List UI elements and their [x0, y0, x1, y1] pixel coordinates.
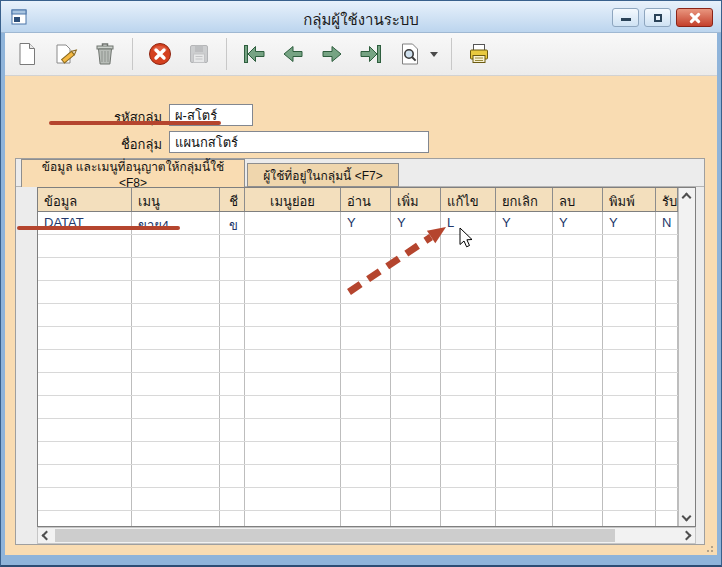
grid-cell[interactable]: N	[656, 212, 678, 234]
grid-cell[interactable]	[38, 488, 132, 510]
grid-cell[interactable]	[553, 396, 603, 418]
grid-cell[interactable]	[441, 350, 496, 372]
grid-cell[interactable]	[553, 327, 603, 349]
horizontal-scrollbar[interactable]	[37, 527, 696, 544]
grid-cell[interactable]	[656, 465, 678, 487]
minimize-button[interactable]	[612, 8, 639, 27]
grid-cell[interactable]	[220, 350, 245, 372]
grid-cell[interactable]	[245, 465, 341, 487]
grid-cell[interactable]	[391, 304, 441, 326]
grid-cell[interactable]	[341, 465, 391, 487]
grid-cell[interactable]	[441, 396, 496, 418]
grid-cell[interactable]	[603, 488, 656, 510]
grid-cell[interactable]: Y	[553, 212, 603, 234]
grid-cell[interactable]	[245, 258, 341, 280]
grid-cell[interactable]: Y	[341, 212, 391, 234]
grid-cell[interactable]	[245, 511, 341, 527]
grid-cell[interactable]	[391, 419, 441, 441]
grid-cell[interactable]	[656, 396, 678, 418]
grid-cell[interactable]	[245, 235, 341, 257]
scroll-left-icon[interactable]	[42, 531, 52, 541]
grid-cell[interactable]	[496, 235, 553, 257]
grid-cell[interactable]: Y	[496, 212, 553, 234]
grid-cell[interactable]	[132, 281, 220, 303]
grid-cell[interactable]	[656, 419, 678, 441]
grid-cell[interactable]	[603, 350, 656, 372]
grid-cell[interactable]	[553, 304, 603, 326]
grid-cell[interactable]	[38, 258, 132, 280]
search-button[interactable]	[396, 40, 424, 68]
grid-cell[interactable]	[220, 511, 245, 527]
grid-cell[interactable]	[38, 396, 132, 418]
grid-cell[interactable]	[553, 235, 603, 257]
grid-cell[interactable]	[245, 350, 341, 372]
grid-cell[interactable]	[391, 373, 441, 395]
previous-record-button[interactable]	[279, 40, 307, 68]
grid-cell[interactable]	[553, 465, 603, 487]
grid-cell[interactable]	[603, 235, 656, 257]
grid-cell[interactable]	[656, 511, 678, 527]
search-dropdown-icon[interactable]	[430, 52, 438, 57]
grid-cell[interactable]	[220, 465, 245, 487]
grid-cell[interactable]	[245, 281, 341, 303]
first-record-button[interactable]	[240, 40, 268, 68]
grid-cell[interactable]	[341, 488, 391, 510]
grid-cell[interactable]	[38, 442, 132, 464]
grid-cell[interactable]	[441, 442, 496, 464]
grid-cell[interactable]	[132, 511, 220, 527]
grid-cell[interactable]	[553, 281, 603, 303]
grid-cell[interactable]	[391, 350, 441, 372]
close-button[interactable]	[676, 8, 713, 27]
edit-button[interactable]	[52, 40, 80, 68]
grid-cell[interactable]	[496, 511, 553, 527]
grid-cell[interactable]	[38, 235, 132, 257]
next-record-button[interactable]	[318, 40, 346, 68]
grid-cell[interactable]	[132, 235, 220, 257]
grid-cell[interactable]	[245, 442, 341, 464]
grid-cell[interactable]	[391, 488, 441, 510]
grid-cell[interactable]: L	[441, 212, 496, 234]
grid-cell[interactable]	[603, 281, 656, 303]
grid-cell[interactable]	[341, 419, 391, 441]
group-name-input[interactable]	[169, 131, 429, 153]
grid-cell[interactable]	[38, 511, 132, 527]
grid-cell[interactable]	[656, 442, 678, 464]
grid-cell[interactable]	[496, 419, 553, 441]
grid-cell[interactable]	[132, 442, 220, 464]
grid-cell[interactable]	[132, 396, 220, 418]
grid-cell[interactable]	[656, 327, 678, 349]
grid-cell[interactable]	[220, 304, 245, 326]
grid-cell[interactable]	[245, 304, 341, 326]
resize-grip[interactable]	[703, 542, 713, 552]
grid-cell[interactable]	[441, 511, 496, 527]
grid-cell[interactable]	[132, 419, 220, 441]
grid-cell[interactable]	[553, 511, 603, 527]
grid-cell[interactable]	[245, 488, 341, 510]
grid-cell[interactable]	[603, 373, 656, 395]
grid-cell[interactable]	[553, 350, 603, 372]
scroll-right-icon[interactable]	[682, 531, 692, 541]
grid-cell[interactable]	[220, 442, 245, 464]
tab-menus-allowed[interactable]: ข้อมูล และเมนูที่อนุญาตให้กลุ่มนี้ใช้ <F…	[21, 159, 245, 187]
grid-cell[interactable]	[496, 396, 553, 418]
grid-cell[interactable]	[603, 511, 656, 527]
grid-cell[interactable]	[441, 327, 496, 349]
grid-cell[interactable]: ขาย4	[132, 212, 220, 234]
grid-cell[interactable]	[220, 258, 245, 280]
grid-cell[interactable]	[603, 465, 656, 487]
grid-cell[interactable]	[341, 511, 391, 527]
save-button[interactable]	[185, 40, 213, 68]
grid-cell[interactable]	[603, 327, 656, 349]
restore-button[interactable]	[644, 8, 671, 27]
grid-cell[interactable]	[38, 281, 132, 303]
grid-cell[interactable]	[132, 327, 220, 349]
grid-cell[interactable]	[656, 258, 678, 280]
grid-cell[interactable]	[391, 396, 441, 418]
grid-cell[interactable]	[391, 511, 441, 527]
delete-button[interactable]	[91, 40, 119, 68]
grid-cell[interactable]	[441, 304, 496, 326]
grid-cell[interactable]	[132, 304, 220, 326]
titlebar[interactable]: กลุ่มผู้ใช้งานระบบ	[1, 1, 721, 33]
grid-cell[interactable]	[391, 235, 441, 257]
grid-cell[interactable]	[441, 281, 496, 303]
